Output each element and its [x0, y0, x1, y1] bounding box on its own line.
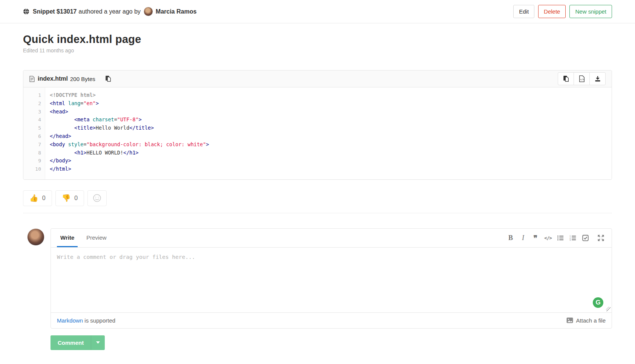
- fullscreen-icon[interactable]: [596, 234, 606, 243]
- numbered-list-icon[interactable]: 1 2 3: [568, 234, 578, 243]
- markdown-help-link[interactable]: Markdown: [57, 317, 83, 324]
- code-line: </body>: [50, 157, 612, 165]
- copy-to-clipboard-icon[interactable]: [105, 75, 111, 82]
- bold-icon[interactable]: B: [506, 234, 516, 243]
- code-icon[interactable]: </>: [543, 234, 553, 243]
- line-number[interactable]: 4: [23, 116, 41, 124]
- tab-write[interactable]: Write: [57, 229, 78, 247]
- add-reaction-button[interactable]: [87, 190, 107, 206]
- code-line: <html lang="en">: [50, 99, 612, 108]
- code-line: <h1>HELLO WORLD!</h1>: [50, 149, 612, 157]
- file-name: index.html: [38, 75, 68, 82]
- award-emoji-block: 👍 0 👎 0: [23, 190, 612, 213]
- comment-options-dropdown[interactable]: [91, 335, 105, 350]
- author-avatar[interactable]: [144, 7, 153, 16]
- code-line: <head>: [50, 108, 612, 116]
- thumbsdown-count: 0: [74, 195, 78, 202]
- page-title: Quick index.html page: [23, 33, 612, 46]
- comment-editor-card: Write Preview B I ❞ </> 1: [50, 228, 612, 329]
- markdown-supported-text: is supported: [83, 317, 115, 324]
- line-number[interactable]: 1: [23, 91, 41, 99]
- chevron-down-icon: [96, 341, 100, 344]
- comment-footer: Markdown is supported Attach a file: [51, 312, 612, 328]
- thumbsdown-emoji-icon: 👎: [62, 194, 71, 202]
- download-icon[interactable]: [589, 72, 606, 85]
- code-line: <title>Hello World</title>: [50, 124, 612, 132]
- file-size: 200 Bytes: [70, 76, 95, 82]
- attach-file-button[interactable]: Attach a file: [566, 317, 606, 324]
- comment-write-area: G: [51, 248, 612, 312]
- grammarly-icon[interactable]: G: [593, 297, 603, 308]
- comment-submit-button[interactable]: Comment: [50, 335, 105, 350]
- new-snippet-button[interactable]: New snippet: [569, 5, 612, 18]
- tab-preview[interactable]: Preview: [83, 229, 110, 247]
- file-actions-group: </>: [558, 72, 606, 85]
- smiley-add-reaction-icon: [93, 194, 101, 202]
- code-line: </html>: [50, 165, 612, 173]
- thumbsup-count: 0: [42, 195, 46, 202]
- authored-text: authored a year ago by: [79, 8, 141, 15]
- copy-contents-icon[interactable]: [558, 72, 574, 85]
- code-viewer: 12345678910 <!DOCTYPE html><html lang="e…: [23, 87, 612, 179]
- attach-file-label: Attach a file: [576, 317, 606, 324]
- markdown-editor-tabs: Write Preview B I ❞ </> 1: [51, 229, 612, 248]
- line-number[interactable]: 5: [23, 124, 41, 132]
- author-name[interactable]: Marcia Ramos: [156, 8, 197, 15]
- code-line: <body style="background-color: black; co…: [50, 141, 612, 149]
- bulleted-list-icon[interactable]: [555, 234, 565, 243]
- code-line: <meta charset="UTF-8">: [50, 116, 612, 124]
- textarea-resize-handle[interactable]: [606, 307, 611, 311]
- svg-text:2: 2: [569, 237, 571, 239]
- snippet-id: Snippet $13017: [33, 8, 77, 15]
- delete-button[interactable]: Delete: [538, 5, 566, 18]
- line-number[interactable]: 6: [23, 132, 41, 141]
- line-number[interactable]: 7: [23, 141, 41, 149]
- current-user-avatar: [27, 228, 44, 246]
- thumbsup-emoji-icon: 👍: [29, 194, 38, 202]
- line-number[interactable]: 3: [23, 108, 41, 116]
- file-card: index.html 200 Bytes <: [23, 70, 612, 180]
- snippet-header-bar: Snippet $13017 authored a year ago by Ma…: [0, 0, 635, 23]
- line-number[interactable]: 2: [23, 99, 41, 108]
- task-list-icon[interactable]: [580, 234, 590, 243]
- open-raw-icon[interactable]: </>: [574, 72, 590, 85]
- line-number[interactable]: 8: [23, 149, 41, 157]
- svg-text:</>: </>: [580, 78, 584, 81]
- svg-text:1: 1: [569, 236, 571, 237]
- comment-submit-label: Comment: [50, 335, 91, 350]
- thumbsdown-award-button[interactable]: 👎 0: [55, 190, 84, 206]
- comment-textarea[interactable]: [51, 248, 612, 312]
- italic-icon[interactable]: I: [518, 234, 528, 243]
- edit-button[interactable]: Edit: [513, 5, 534, 18]
- file-header: index.html 200 Bytes <: [23, 70, 612, 87]
- new-comment-section: Write Preview B I ❞ </> 1: [23, 228, 612, 329]
- line-numbers: 12345678910: [23, 87, 45, 179]
- line-number[interactable]: 10: [23, 165, 41, 173]
- line-number[interactable]: 9: [23, 157, 41, 165]
- markdown-toolbar: B I ❞ </> 1 2 3: [506, 234, 606, 247]
- globe-icon: [23, 8, 29, 15]
- code-content: <!DOCTYPE html><html lang="en"><head> <m…: [45, 87, 612, 179]
- code-line: </head>: [50, 132, 612, 141]
- thumbsup-award-button[interactable]: 👍 0: [23, 190, 52, 206]
- code-line: <!DOCTYPE html>: [50, 91, 612, 99]
- quote-icon[interactable]: ❞: [531, 234, 540, 243]
- attach-image-icon: [566, 317, 573, 323]
- edited-timestamp: Edited 11 months ago: [23, 47, 612, 54]
- svg-text:3: 3: [569, 239, 571, 241]
- file-document-icon: [29, 76, 35, 82]
